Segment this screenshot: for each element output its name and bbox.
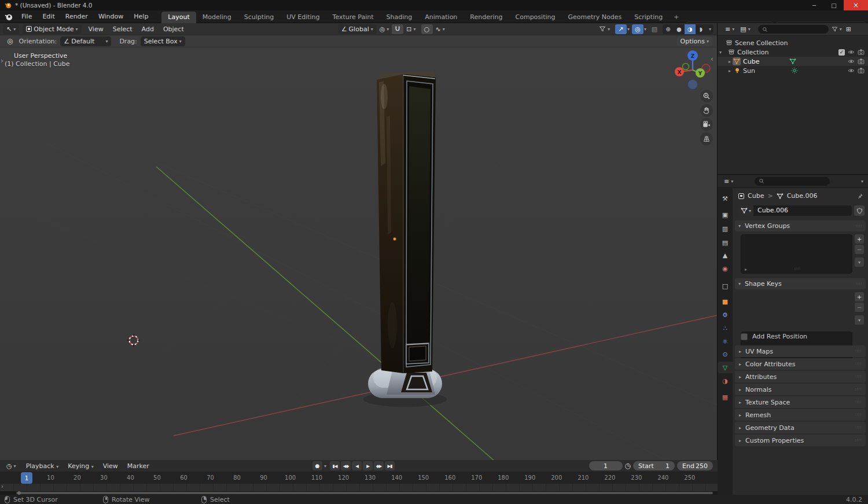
properties-tab-collection[interactable]: □ (718, 280, 733, 292)
expand-icon[interactable]: ▾ (718, 50, 723, 55)
shape-key-remove-button[interactable]: − (855, 303, 864, 312)
channels-expand-icon[interactable]: › (1, 483, 3, 490)
workspace-tab-scripting[interactable]: Scripting (628, 12, 669, 23)
next-keyframe-button[interactable]: ◆▶ (374, 461, 384, 470)
workspace-tab-sculpting[interactable]: Sculpting (238, 12, 280, 23)
outliner-filter-dropdown[interactable]: ▾ (829, 24, 845, 34)
outliner-row-cube[interactable]: ▸ Cube (718, 57, 868, 66)
outliner-filter-image-dropdown[interactable]: ▤▾ (737, 24, 753, 34)
viewport-menu-object[interactable]: Object (159, 25, 189, 33)
panel-normals[interactable]: ▸Normals∷∷ (735, 384, 866, 395)
properties-tab-physics[interactable]: ⚛ (718, 336, 733, 347)
properties-tab-output[interactable]: ▥ (718, 223, 733, 234)
vertex-group-remove-button[interactable]: − (855, 245, 864, 254)
move-view-button[interactable] (700, 104, 713, 117)
pivot-point-dropdown[interactable]: ◎▾ (377, 24, 392, 34)
navigation-gizmo[interactable]: Z X Y (671, 49, 715, 93)
hide-eye-icon[interactable] (848, 49, 855, 56)
proportional-falloff-dropdown[interactable]: ∿▾ (433, 24, 448, 34)
workspace-tab-geometry-nodes[interactable]: Geometry Nodes (561, 12, 628, 23)
hide-eye-icon[interactable] (848, 58, 855, 65)
camera-view-button[interactable] (700, 118, 713, 131)
orientation-dropdown[interactable]: ∠ Default ▾ (60, 36, 111, 46)
timeline-menu-playback[interactable]: Playback ▾ (21, 462, 64, 470)
snap-toggle[interactable] (392, 24, 403, 34)
shape-keys-panel-header[interactable]: ▾ Shape Keys ∷∷ (735, 278, 866, 289)
breadcrumb-data[interactable]: Cube.006 (787, 192, 818, 200)
properties-search-input[interactable] (755, 177, 830, 186)
shading-dropdown[interactable]: ▾ (707, 27, 713, 32)
outliner-row-collection[interactable]: ▾ Collection ✓ (718, 47, 868, 57)
properties-tab-particles[interactable]: ∴ (718, 322, 733, 334)
collapse-icon[interactable]: ▸ (727, 59, 733, 64)
outliner-row-scene-collection[interactable]: Scene Collection (718, 38, 868, 47)
workspace-tab-rendering[interactable]: Rendering (464, 12, 509, 23)
panel-attributes[interactable]: ▸Attributes∷∷ (735, 371, 866, 382)
gizmos-dropdown[interactable]: ▾ (627, 27, 630, 32)
properties-tab-render[interactable]: ▣ (718, 209, 733, 220)
timeline-channels[interactable]: › (0, 484, 718, 491)
minimize-button[interactable]: ─ (804, 0, 824, 10)
panel-color-attributes[interactable]: ▸Color Attributes∷∷ (735, 358, 866, 370)
workspace-tab-animation[interactable]: Animation (418, 12, 464, 23)
viewport-menu-view[interactable]: View (84, 25, 108, 33)
workspace-tab-modeling[interactable]: Modeling (196, 12, 238, 23)
visibility-dropdown[interactable]: ▾ (596, 24, 613, 34)
properties-tab-view-layer[interactable]: ▤ (718, 237, 733, 248)
keying-set-dropdown[interactable]: ▾ (324, 463, 326, 469)
outliner-search-input[interactable] (758, 25, 829, 34)
hide-eye-icon[interactable] (848, 67, 855, 74)
menu-window[interactable]: Window (93, 12, 128, 22)
collection-exclude-checkbox[interactable]: ✓ (838, 49, 845, 56)
workspace-tab-layout[interactable]: Layout (161, 12, 196, 23)
panel-geometry-data[interactable]: ▸Geometry Data∷∷ (735, 422, 866, 433)
add-workspace-button[interactable]: + (669, 12, 683, 23)
workspace-tab-texture-paint[interactable]: Texture Paint (326, 12, 380, 23)
timeline-menu-marker[interactable]: Marker (123, 462, 154, 470)
timeline-editor-type-dropdown[interactable]: ◷▾ (3, 461, 19, 471)
disable-render-icon[interactable] (858, 67, 865, 74)
overlays-dropdown[interactable]: ▾ (644, 27, 646, 32)
end-frame-field[interactable]: End250 (677, 461, 713, 470)
options-button[interactable]: Options▾ (677, 36, 712, 46)
mesh-browse-button[interactable]: ▾ (738, 205, 753, 216)
play-button[interactable]: ▶ (363, 461, 373, 470)
zoom-button[interactable] (700, 90, 713, 102)
list-expand-icon[interactable]: ▸ (745, 267, 747, 272)
outliner-display-mode-dropdown[interactable]: ≡▾ (722, 24, 737, 34)
gizmos-toggle[interactable]: ↗ (615, 24, 627, 34)
add-rest-position-checkbox[interactable] (741, 333, 748, 340)
outliner-row-sun[interactable]: ▸ Sun (718, 66, 868, 75)
properties-tab-constraints[interactable]: ⊙ (718, 348, 733, 360)
menu-file[interactable]: File (16, 12, 37, 22)
toolbar-collapse-icon[interactable]: › (1, 57, 3, 65)
vertex-group-add-button[interactable]: + (855, 234, 864, 244)
prev-keyframe-button[interactable]: ◀◆ (341, 461, 351, 470)
xray-toggle[interactable]: ▧ (649, 24, 660, 34)
play-reverse-button[interactable]: ◀ (352, 461, 362, 470)
shape-key-add-button[interactable]: + (855, 292, 864, 301)
mode-dropdown[interactable]: Object Mode▾ (23, 24, 81, 34)
vertex-groups-list[interactable]: ▸∷∷ (741, 234, 852, 274)
titlebar[interactable]: * (Unsaved) - Blender 4.0 ─ □ × (0, 0, 868, 10)
auto-keying-record-button[interactable]: ● (312, 461, 322, 470)
shading-rendered-button[interactable]: ◗ (696, 24, 707, 34)
menu-render[interactable]: Render (60, 12, 93, 22)
properties-tab-material[interactable]: ◑ (718, 375, 733, 387)
viewport-menu-add[interactable]: Add (137, 25, 159, 33)
workspace-tab-compositing[interactable]: Compositing (509, 12, 562, 23)
playhead[interactable]: 1 (21, 472, 32, 484)
snap-target-dropdown[interactable]: ⊡▾ (403, 24, 418, 34)
scrollbar-thumb[interactable] (16, 492, 713, 494)
collapse-icon[interactable]: ▸ (727, 68, 733, 73)
menu-help[interactable]: Help (128, 12, 153, 22)
timeline-menu-view[interactable]: View (98, 462, 123, 470)
current-frame-field[interactable]: 1 (589, 461, 623, 470)
properties-tab-world[interactable]: ◉ (718, 263, 733, 274)
properties-tab-texture[interactable]: ▦ (718, 391, 733, 403)
properties-tab-object-data[interactable]: ▽ (718, 362, 733, 373)
proportional-editing-toggle[interactable]: ○ (421, 24, 433, 34)
disable-render-icon[interactable] (858, 58, 865, 65)
fake-user-shield-button[interactable] (854, 205, 865, 216)
vertex-group-specials-button[interactable]: ▾ (855, 257, 864, 267)
